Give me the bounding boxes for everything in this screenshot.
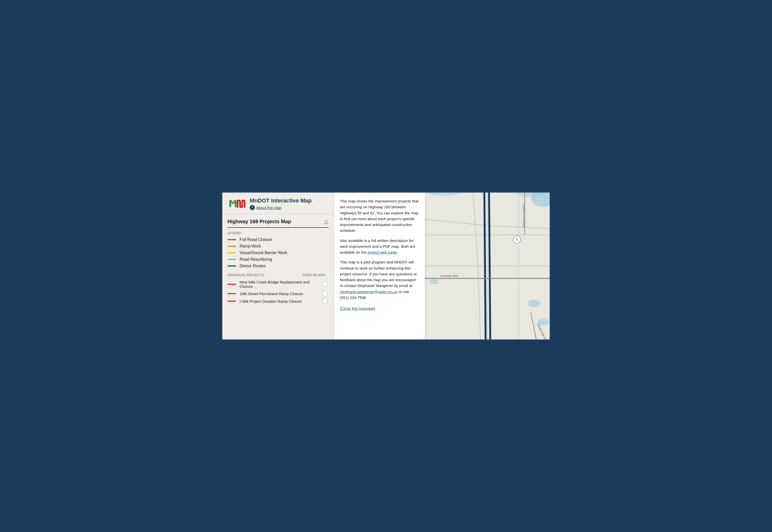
legend-label: LEGEND:	[227, 231, 328, 235]
svg-point-3	[531, 193, 550, 207]
open-on-map-label: OPEN ON MAP:	[303, 273, 328, 277]
map-title: Highway 169 Projects Map	[227, 219, 291, 224]
svg-text:Shady Oak Rd: Shady Oak Rd	[537, 323, 547, 339]
about-this-map-link[interactable]: About this map	[256, 206, 281, 210]
about-paragraph-3: This map is a pilot program and MnDOT wi…	[340, 259, 419, 300]
legend-item-full-road-closure: Full Road Closure	[227, 237, 328, 242]
project-line-1	[227, 293, 236, 294]
legend-line-yellow	[227, 252, 236, 253]
about-text: This map shows the improvement projects …	[340, 198, 419, 311]
header-text: MnDOT Interactive Map ? About this map	[250, 197, 311, 210]
legend-line-navy	[227, 265, 236, 267]
legend-line-red	[227, 239, 236, 240]
about-paragraph-2: Also available is a full written descrip…	[340, 238, 419, 255]
about-link[interactable]: ? About this map	[250, 205, 311, 210]
project-name-2: I-394 Project Duration Ramp Closure	[240, 299, 319, 303]
gps-icon: △	[324, 218, 328, 225]
sidebar-content: Highway 169 Projects Map △ LEGEND: Full …	[222, 214, 333, 339]
svg-text:Excelsior Blvd: Excelsior Blvd	[441, 274, 458, 277]
project-checkbox-1[interactable]	[322, 291, 327, 296]
project-items: Nine Mile Creek Bridge Replacement and C…	[227, 280, 328, 304]
project-item-1: 16th Street Permanent Ramp Closure	[227, 291, 328, 296]
outer-frame: MnDOT Interactive Map ? About this map H…	[221, 192, 551, 340]
legend-item-ramp-work: Ramp Work	[227, 244, 328, 249]
map-svg: 7 Hopkins Crossroad Excelsior Blvd W 62n…	[425, 193, 550, 339]
legend-label-detour-routes: Detour Routes	[240, 264, 266, 268]
email-link[interactable]: stephanie.waegener@state.mn.us	[340, 290, 398, 294]
help-icon: ?	[250, 205, 255, 210]
about-panel: This map shows the improvement projects …	[334, 193, 425, 339]
legend-item-detour-routes: Detour Routes	[227, 264, 328, 268]
project-name-1: 16th Street Permanent Ramp Closure	[240, 292, 319, 296]
logo-container	[227, 197, 246, 210]
svg-text:7: 7	[516, 238, 518, 241]
sidebar: MnDOT Interactive Map ? About this map H…	[222, 193, 334, 339]
app-title: MnDOT Interactive Map	[250, 197, 311, 204]
legend-label-visual-sound: Visual/Sound Barrier Work	[240, 251, 287, 255]
project-item-2: I-394 Project Duration Ramp Closure	[227, 299, 328, 304]
project-line-2	[227, 301, 236, 302]
legend-label-ramp-work: Ramp Work	[240, 244, 261, 249]
project-item-0: Nine Mile Creek Bridge Replacement and C…	[227, 280, 328, 289]
mndot-logo	[227, 197, 246, 210]
svg-line-9	[489, 193, 490, 339]
map-title-row: Highway 169 Projects Map △	[227, 218, 328, 228]
svg-point-0	[425, 193, 469, 196]
project-checkbox-2[interactable]	[322, 299, 327, 304]
svg-point-16	[528, 300, 540, 307]
legend-label-full-road-closure: Full Road Closure	[240, 237, 272, 242]
sidebar-header: MnDOT Interactive Map ? About this map	[222, 193, 333, 214]
projects-label: INDIVIDUAL PROJECTS:	[227, 273, 265, 277]
project-name-0: Nine Mile Creek Bridge Replacement and C…	[240, 280, 319, 289]
projects-header: INDIVIDUAL PROJECTS: OPEN ON MAP:	[227, 273, 328, 277]
legend-item-road-resurfacing: Road Resurfacing	[227, 257, 328, 262]
map-container: MnDOT Interactive Map ? About this map H…	[222, 193, 550, 339]
about-p3-text: This map is a pilot program and MnDOT wi…	[340, 260, 417, 288]
svg-line-8	[484, 193, 486, 339]
project-checkbox-0[interactable]	[322, 282, 327, 287]
about-paragraph-1: This map shows the improvement projects …	[340, 198, 419, 234]
legend-items: Full Road Closure Ramp Work Visual/Sound…	[227, 237, 328, 268]
legend-line-orange	[227, 246, 236, 247]
project-web-page-link[interactable]: project web page.	[367, 250, 398, 254]
legend-line-green	[227, 259, 236, 260]
svg-text:Hopkins Crossroad: Hopkins Crossroad	[523, 204, 526, 228]
projects-section: INDIVIDUAL PROJECTS: OPEN ON MAP: Nine M…	[227, 273, 328, 304]
svg-point-17	[430, 279, 439, 284]
legend-label-road-resurfacing: Road Resurfacing	[240, 257, 272, 262]
legend-item-visual-sound: Visual/Sound Barrier Work	[227, 251, 328, 255]
project-line-0	[227, 284, 236, 285]
map-right: 7 Hopkins Crossroad Excelsior Blvd W 62n…	[425, 193, 550, 339]
close-message-link[interactable]: [Close this message]	[340, 305, 375, 311]
